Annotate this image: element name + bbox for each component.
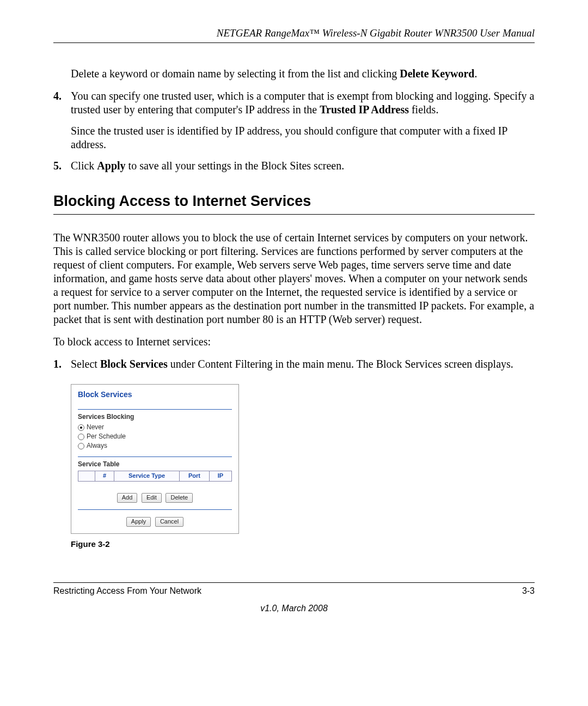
- steps-list-b: 1. Select Block Services under Content F…: [53, 357, 535, 371]
- radio-always-row[interactable]: Always: [78, 442, 232, 450]
- step-b1: 1. Select Block Services under Content F…: [53, 357, 535, 371]
- radio-never-row[interactable]: Never: [78, 423, 232, 431]
- block-services-screenshot: Block Services Services Blocking Never P…: [71, 384, 239, 534]
- steps-list-a: 4. You can specify one trusted user, whi…: [53, 89, 535, 173]
- footer-version: v1.0, March 2008: [53, 604, 535, 613]
- step-number: 5.: [53, 159, 71, 173]
- step5-text-b: to save all your settings in the Block S…: [126, 160, 345, 172]
- stepb1-text-b: under Content Filtering in the main menu…: [168, 358, 513, 370]
- radio-always-label: Always: [87, 442, 107, 450]
- radio-always[interactable]: [78, 443, 84, 449]
- radio-per-schedule-label: Per Schedule: [87, 433, 126, 441]
- step5-text-a: Click: [71, 160, 97, 172]
- step4-text-a: You can specify one trusted user, which …: [71, 90, 534, 115]
- section-paragraph-1: The WNR3500 router allows you to block t…: [53, 231, 535, 326]
- footer-rule: [53, 582, 535, 583]
- service-table: # Service Type Port IP: [78, 471, 232, 482]
- page-footer: Restricting Access From Your Network 3-3…: [53, 582, 535, 613]
- page-header: NETGEAR RangeMax™ Wireless-N Gigabit Rou…: [53, 27, 535, 43]
- service-table-heading: Service Table: [78, 460, 232, 468]
- table-header-row: # Service Type Port IP: [78, 471, 232, 482]
- intro-bold: Delete Keyword: [400, 68, 474, 80]
- section-rule: [53, 214, 535, 215]
- table-button-row: Add Edit Delete: [78, 489, 232, 503]
- step-4: 4. You can specify one trusted user, whi…: [53, 89, 535, 151]
- panel-divider: [78, 457, 232, 457]
- step5-bold: Apply: [97, 160, 125, 172]
- services-blocking-heading: Services Blocking: [78, 413, 232, 421]
- step-number: 1.: [53, 357, 71, 371]
- radio-per-schedule[interactable]: [78, 434, 84, 440]
- step-5: 5. Click Apply to save all your settings…: [53, 159, 535, 173]
- add-button[interactable]: Add: [117, 493, 138, 503]
- radio-never-label: Never: [87, 423, 104, 431]
- cancel-button[interactable]: Cancel: [155, 517, 183, 527]
- radio-never[interactable]: [78, 424, 84, 431]
- panel-title: Block Services: [78, 390, 232, 400]
- form-button-row: Apply Cancel: [78, 513, 232, 527]
- panel-divider: [78, 409, 232, 410]
- panel-divider: [78, 509, 232, 510]
- step4-text-b: fields.: [409, 104, 438, 115]
- stepb1-bold: Block Services: [100, 358, 168, 370]
- intro-period: .: [474, 68, 477, 80]
- col-service-type: Service Type: [114, 471, 180, 482]
- col-blank: [78, 471, 95, 482]
- step-number: 4.: [53, 89, 71, 151]
- stepb1-text-a: Select: [71, 358, 100, 370]
- step4-bold: Trusted IP Address: [320, 104, 409, 115]
- col-ip: IP: [210, 471, 232, 482]
- footer-section-name: Restricting Access From Your Network: [53, 586, 201, 596]
- edit-button[interactable]: Edit: [142, 493, 162, 503]
- intro-text: Delete a keyword or domain name by selec…: [71, 68, 400, 80]
- col-port: Port: [180, 471, 210, 482]
- step4-subparagraph: Since the trusted user is identified by …: [71, 124, 535, 151]
- section-heading: Blocking Access to Internet Services: [53, 192, 535, 211]
- col-number: #: [95, 471, 114, 482]
- section-paragraph-2: To block access to Internet services:: [53, 335, 535, 349]
- figure-caption: Figure 3-2: [71, 539, 535, 550]
- intro-paragraph: Delete a keyword or domain name by selec…: [71, 67, 535, 81]
- radio-per-schedule-row[interactable]: Per Schedule: [78, 433, 232, 441]
- delete-button[interactable]: Delete: [166, 493, 193, 503]
- footer-page-number: 3-3: [522, 586, 535, 596]
- apply-button[interactable]: Apply: [126, 517, 151, 527]
